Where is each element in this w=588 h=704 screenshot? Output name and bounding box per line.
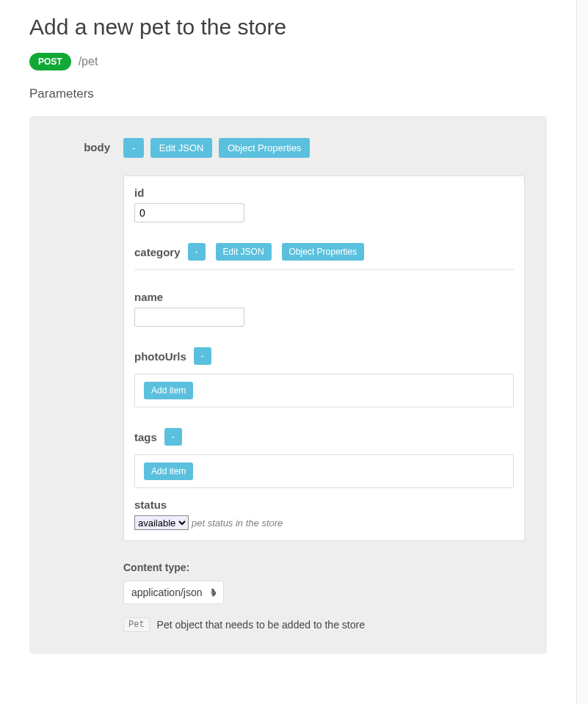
page-title: Add a new pet to the store — [29, 15, 547, 40]
description-text: Pet object that needs to be added to the… — [157, 619, 365, 631]
parameters-panel: body - Edit JSON Object Properties id ca… — [29, 116, 547, 654]
category-edit-json-button[interactable]: Edit JSON — [216, 243, 272, 261]
model-badge: Pet — [123, 617, 150, 632]
body-form-box: id category - Edit JSON Object Propertie… — [123, 175, 525, 541]
photourls-collapse-button[interactable]: - — [194, 347, 211, 365]
id-input[interactable] — [134, 203, 244, 222]
scrollbar-track[interactable] — [576, 0, 588, 704]
field-name: name — [134, 291, 514, 327]
field-photourls: photoUrls - Add item — [134, 347, 514, 407]
description-row: Pet Pet object that needs to be added to… — [123, 617, 525, 632]
endpoint-path: /pet — [79, 55, 98, 68]
content-type-label: Content type: — [123, 562, 525, 573]
category-object-properties-button[interactable]: Object Properties — [282, 243, 365, 261]
tags-label: tags — [134, 431, 157, 443]
content-type-select[interactable]: application/json ▲▼ — [123, 581, 224, 604]
status-description: pet status in the store — [192, 518, 283, 529]
status-label: status — [134, 498, 167, 511]
category-label: category — [134, 246, 181, 258]
photourls-items-box: Add item — [134, 374, 514, 407]
photourls-add-item-button[interactable]: Add item — [144, 382, 193, 399]
photourls-label: photoUrls — [134, 350, 186, 363]
tags-items-box: Add item — [134, 454, 514, 488]
content-type-value: application/json — [131, 587, 203, 598]
status-select[interactable]: available — [134, 515, 189, 530]
category-divider — [134, 269, 514, 270]
id-label: id — [134, 186, 144, 199]
collapse-button[interactable]: - — [123, 138, 144, 158]
body-param-label: body — [51, 138, 110, 632]
select-arrows-icon: ▲▼ — [210, 588, 217, 597]
tags-add-item-button[interactable]: Add item — [144, 462, 193, 480]
field-id: id — [134, 186, 514, 222]
name-input[interactable] — [134, 308, 244, 327]
name-label: name — [134, 291, 163, 303]
category-collapse-button[interactable]: - — [188, 243, 206, 261]
object-properties-button[interactable]: Object Properties — [219, 138, 310, 158]
field-tags: tags - Add item — [134, 428, 514, 488]
endpoint-line: POST /pet — [29, 53, 547, 70]
field-category: category - Edit JSON Object Properties — [134, 243, 514, 270]
field-status: status available pet status in the store — [134, 498, 514, 530]
parameters-heading: Parameters — [29, 87, 547, 101]
content-type-section: Content type: application/json ▲▼ — [123, 562, 525, 604]
tags-collapse-button[interactable]: - — [164, 428, 182, 446]
edit-json-button[interactable]: Edit JSON — [150, 138, 213, 158]
http-method-badge: POST — [29, 53, 71, 70]
